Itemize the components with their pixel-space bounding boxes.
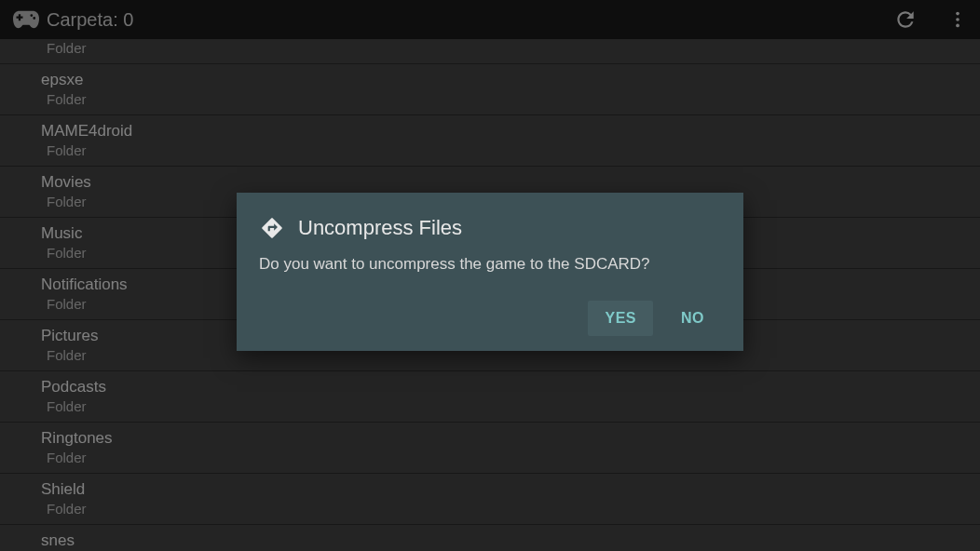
dialog-header: Uncompress Files [259, 215, 721, 241]
directions-icon [259, 215, 285, 241]
modal-overlay: Uncompress Files Do you want to uncompre… [0, 0, 980, 551]
uncompress-dialog: Uncompress Files Do you want to uncompre… [237, 193, 743, 351]
dialog-actions: YES NO [259, 301, 721, 343]
dialog-title: Uncompress Files [298, 216, 462, 240]
dialog-message: Do you want to uncompress the game to th… [259, 254, 721, 275]
no-button[interactable]: NO [664, 301, 721, 336]
yes-button[interactable]: YES [588, 301, 653, 336]
